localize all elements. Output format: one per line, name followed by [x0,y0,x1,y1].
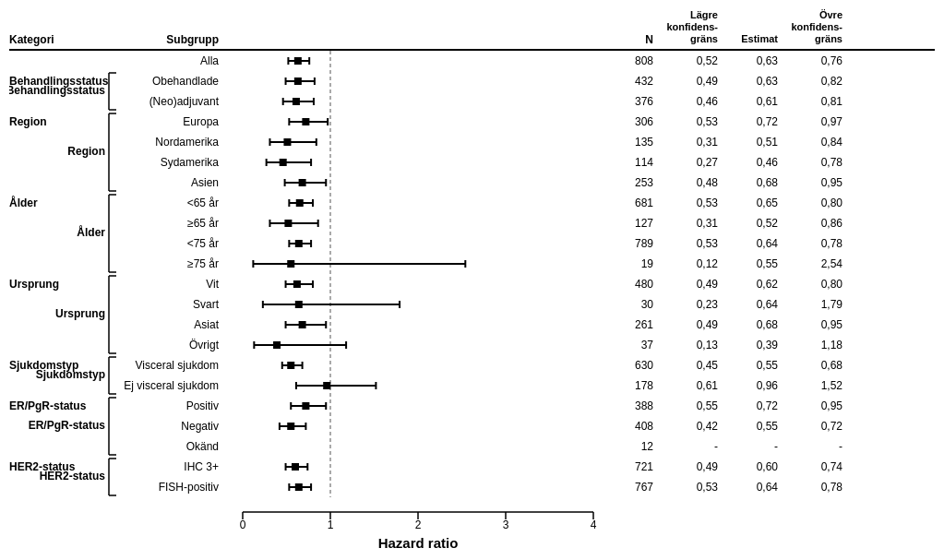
ci-high-value: 0,95 [778,318,842,331]
data-rows: Alla8080,520,630,76BehandlingsstatusObeh… [9,51,935,510]
table-row: Asiat2610,490,680,95 [9,315,935,335]
ci-low-value: 0,53 [653,237,718,250]
ci-high-value: 0,80 [778,278,842,291]
plot-cell [224,335,612,355]
svg-text:1: 1 [328,518,334,529]
n-value: 114 [612,156,653,169]
n-value: 630 [612,359,653,372]
plot-cell [224,233,612,254]
n-value: 388 [612,399,653,412]
category-label: HER2-status [9,460,118,473]
ci-low-value: 0,49 [653,75,718,88]
n-value: 767 [612,481,653,494]
ci-low-value: 0,13 [653,339,718,351]
subgroup-label: Svart [118,298,224,311]
n-value: 12 [612,440,653,453]
plot-cell [224,193,612,213]
ci-high-value: 0,95 [778,399,842,412]
plot-cell [224,457,612,477]
plot-cell [224,355,612,375]
ci-high-value: 0,82 [778,75,842,88]
table-row: BehandlingsstatusObehandlade4320,490,630… [9,71,935,91]
n-value: 19 [612,257,653,270]
subgroup-label: Positiv [118,399,224,412]
n-value: 135 [612,136,653,149]
estimate-value: 0,52 [718,217,778,230]
n-value: 127 [612,217,653,230]
ci-high-value: 0,97 [778,115,842,128]
category-label: Ursprung [9,278,118,291]
category-label: Behandlingsstatus [9,75,118,88]
ci-high-value: 0,68 [778,359,842,372]
ci-high-value: 0,78 [778,481,842,494]
table-row: SjukdomstypVisceral sjukdom6300,450,550,… [9,355,935,375]
ci-low-value: 0,42 [653,420,718,433]
ci-high-value: 2,54 [778,257,842,270]
ci-low-value: 0,46 [653,95,718,108]
subgroup-label: Asiat [118,318,224,331]
ci-low-value: 0,27 [653,156,718,169]
estimate-value: 0,39 [718,339,778,351]
category-label: ER/PgR-status [9,399,118,412]
ci-low-value: 0,49 [653,278,718,291]
ci-high-value: 0,84 [778,136,842,149]
svg-text:4: 4 [591,518,597,529]
plot-cell [224,315,612,335]
axis-area: 0 1 2 3 4 Hazard ratio [9,510,935,551]
estimate-value: 0,62 [718,278,778,291]
category-label: Ålder [9,197,118,209]
subgroup-label: Alla [118,54,224,67]
header-n: N [612,33,653,46]
subgroup-label: ≥65 år [118,217,224,230]
ci-low-value: 0,45 [653,359,718,372]
ci-low-value: 0,49 [653,460,718,473]
n-value: 721 [612,460,653,473]
estimate-value: 0,55 [718,359,778,372]
ci-low-value: 0,53 [653,481,718,494]
header-estimat: Estimat [718,33,778,45]
n-value: 253 [612,176,653,189]
ci-high-value: 0,81 [778,95,842,108]
subgroup-label: Obehandlade [118,75,224,88]
plot-cell [224,274,612,294]
n-value: 30 [612,298,653,311]
ci-low-value: - [653,440,718,453]
table-row: Ej visceral sjukdom1780,610,961,52 [9,375,935,396]
subgroup-label: Okänd [118,440,224,453]
n-value: 178 [612,379,653,392]
table-row: ER/PgR-statusPositiv3880,550,720,95 [9,396,935,416]
plot-cell [224,375,612,396]
category-label: Region [9,115,118,128]
ci-high-value: 1,18 [778,339,842,351]
subgroup-label: FISH-positiv [118,481,224,494]
subgroup-label: (Neo)adjuvant [118,95,224,108]
estimate-value: 0,63 [718,75,778,88]
estimate-value: 0,61 [718,95,778,108]
table-row: HER2-statusIHC 3+7210,490,600,74 [9,457,935,477]
subgroup-label: Övrigt [118,339,224,351]
subgroup-label: IHC 3+ [118,460,224,473]
n-value: 261 [612,318,653,331]
table-row: Svart300,230,641,79 [9,294,935,315]
table-row: FISH-positiv7670,530,640,78 [9,477,935,497]
n-value: 789 [612,237,653,250]
n-value: 480 [612,278,653,291]
plot-cell [224,436,612,457]
table-row: Alla8080,520,630,76 [9,51,935,71]
ci-high-value: 0,72 [778,420,842,433]
estimate-value: 0,51 [718,136,778,149]
table-row: Negativ4080,420,550,72 [9,416,935,436]
subgroup-label: <75 år [118,237,224,250]
estimate-value: 0,60 [718,460,778,473]
estimate-value: 0,72 [718,399,778,412]
rows-container: Alla8080,520,630,76BehandlingsstatusObeh… [9,51,935,510]
ci-high-value: 0,76 [778,54,842,67]
estimate-value: 0,46 [718,156,778,169]
ci-high-value: 1,52 [778,379,842,392]
subgroup-label: ≥75 år [118,257,224,270]
svg-text:2: 2 [415,518,422,529]
ci-high-value: 0,78 [778,237,842,250]
plot-cell [224,112,612,132]
ci-low-value: 0,48 [653,176,718,189]
ci-low-value: 0,55 [653,399,718,412]
